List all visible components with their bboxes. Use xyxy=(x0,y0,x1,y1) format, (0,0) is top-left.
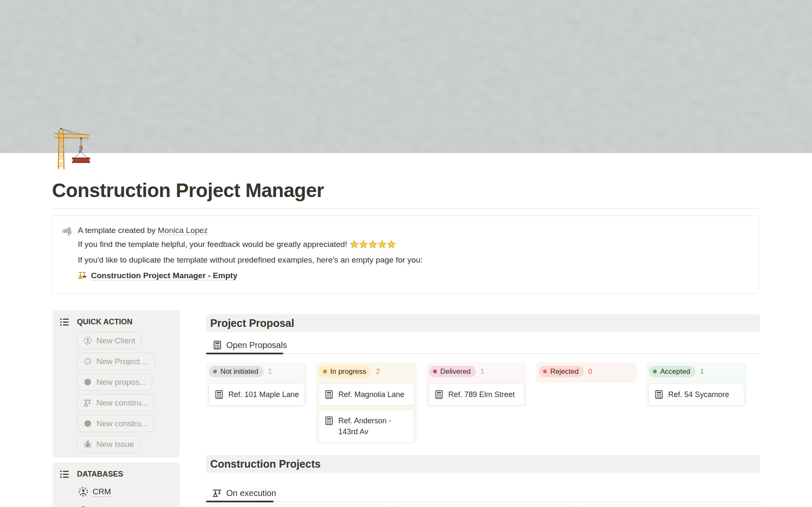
callout-line-empty-page: Construction Project Manager - Empty xyxy=(78,270,750,281)
database-link-crm[interactable]: CRM xyxy=(78,485,180,499)
status-pill[interactable]: Not initiated xyxy=(209,366,263,377)
board-column-delivered: Delivered 1 Ref. 789 Elm Street xyxy=(426,362,527,407)
page-icon-crane[interactable] xyxy=(51,126,97,172)
column-count: 0 xyxy=(588,367,592,376)
refresh-icon xyxy=(78,505,88,507)
calculator-icon xyxy=(212,340,222,350)
board-column-not-initiated: Not initiated 1 Ref. 101 Maple Lane xyxy=(206,362,307,407)
proposal-card[interactable]: Ref. Anderson - 143rd Av xyxy=(318,409,414,443)
board-column-partial[interactable] xyxy=(582,504,761,507)
active-tab-underline xyxy=(206,501,274,502)
status-dot-icon xyxy=(433,370,437,373)
notion-page: Construction Project Manager A template … xyxy=(0,0,812,507)
new-issue-button[interactable]: New Issue xyxy=(77,436,140,453)
calculator-icon xyxy=(324,416,334,426)
calculator-icon xyxy=(324,389,334,400)
bug-icon xyxy=(83,440,92,449)
cover-image xyxy=(0,0,812,153)
crane-icon xyxy=(212,488,222,498)
status-dot-icon xyxy=(213,370,217,373)
star-icon xyxy=(387,240,396,249)
crane-icon xyxy=(83,398,92,407)
column-count: 1 xyxy=(268,367,272,376)
author-link[interactable]: Monica Lopez xyxy=(158,226,208,235)
status-pill[interactable]: Accepted xyxy=(649,366,695,377)
template-callout: A template created by Monica Lopez If yo… xyxy=(52,216,759,293)
star-icon xyxy=(368,240,377,249)
person-circle-icon xyxy=(78,487,88,497)
crane-icon xyxy=(78,271,88,280)
board-column-partial[interactable] xyxy=(394,504,573,507)
board-column-partial[interactable] xyxy=(206,504,385,507)
board-column-accepted: Accepted 1 Ref. 54 Sycamore xyxy=(646,362,747,407)
quick-action-section: QUICK ACTION New Client New Project ... … xyxy=(53,310,180,458)
proposal-card[interactable]: Ref. 101 Maple Lane xyxy=(208,383,304,406)
list-icon xyxy=(59,469,70,480)
proposal-card[interactable]: Ref. 789 Elm Street xyxy=(428,383,524,406)
construction-board-clipped xyxy=(206,504,761,507)
proposal-board: Not initiated 1 Ref. 101 Maple Lane In p… xyxy=(206,362,747,442)
calculator-icon xyxy=(654,389,664,400)
divider xyxy=(52,208,759,209)
status-pill[interactable]: Delivered xyxy=(429,366,476,377)
new-proposal-button[interactable]: New propos... xyxy=(77,373,152,391)
five-stars xyxy=(349,240,396,249)
status-pill[interactable]: In progress xyxy=(319,366,371,377)
megaphone-icon xyxy=(62,226,73,238)
new-client-button[interactable]: New Client xyxy=(77,332,142,349)
page-title[interactable]: Construction Project Manager xyxy=(52,179,644,202)
empty-page-link[interactable]: Construction Project Manager - Empty xyxy=(91,271,237,280)
proposal-card[interactable]: Ref. 54 Sycamore xyxy=(648,383,744,406)
list-icon xyxy=(59,317,70,327)
proposal-view-tabs: Open Proposals xyxy=(206,337,760,354)
tab-on-execution[interactable]: On execution xyxy=(206,485,276,501)
new-project-button[interactable]: New Project ... xyxy=(77,353,155,370)
databases-header: DATABASES xyxy=(53,462,180,480)
column-count: 1 xyxy=(700,367,704,376)
star-icon xyxy=(350,240,359,249)
proposal-card[interactable]: Ref. Magnolia Lane xyxy=(318,383,414,406)
callout-line-duplicate: If you'd like to duplicate the template … xyxy=(78,255,750,266)
construction-view-tabs: On execution xyxy=(206,485,760,502)
active-tab-underline xyxy=(206,353,283,354)
column-count: 2 xyxy=(376,367,380,376)
databases-section: DATABASES CRM Construction Projects xyxy=(53,462,180,507)
board-column-in-progress: In progress 2 Ref. Magnolia Lane Ref. An… xyxy=(316,362,417,442)
calculator-icon xyxy=(434,389,444,400)
new-construction-button[interactable]: New constru... xyxy=(77,394,154,411)
star-icon xyxy=(359,240,368,249)
person-circle-icon xyxy=(83,336,92,345)
circle-icon xyxy=(83,378,92,386)
status-pill[interactable]: Rejected xyxy=(539,366,584,377)
column-count: 1 xyxy=(480,367,484,376)
status-dot-icon xyxy=(323,370,327,373)
board-column-rejected: Rejected 0 xyxy=(536,362,637,383)
circle-icon xyxy=(83,419,92,428)
callout-line-author: A template created by Monica Lopez xyxy=(78,225,750,236)
project-proposal-heading: Project Proposal xyxy=(206,314,760,332)
calculator-icon xyxy=(214,389,224,400)
callout-line-feedback: If you find the template helpful, your f… xyxy=(78,239,750,250)
star-icon xyxy=(378,240,387,249)
construction-projects-heading: Construction Projects xyxy=(206,455,760,473)
database-link-construction-projects[interactable]: Construction Projects xyxy=(78,503,180,507)
status-dot-icon xyxy=(653,370,657,373)
status-dot-icon xyxy=(543,370,547,373)
tab-open-proposals[interactable]: Open Proposals xyxy=(206,337,287,353)
new-construction-button-2[interactable]: New constru... xyxy=(77,415,154,432)
quick-action-header: QUICK ACTION xyxy=(53,310,180,327)
burst-icon xyxy=(83,357,92,366)
